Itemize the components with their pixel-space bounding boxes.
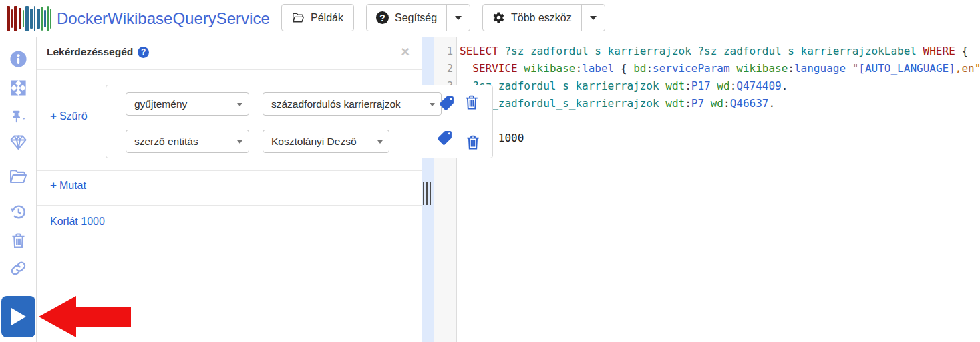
header: DockerWikibaseQueryService Példák ? Segí… <box>0 0 980 37</box>
code-line[interactable]: 4 ?sz_zadfordul_s_karrierrajzok wdt:P7 w… <box>434 95 980 112</box>
divider <box>37 170 422 171</box>
filter-value-dropdown[interactable]: Kosztolányi Dezső <box>263 130 389 153</box>
more-tools-button-label: Több eszköz <box>511 12 572 24</box>
code-editor[interactable]: 1SELECT ?sz_zadfordul_s_karrierrajzok ?s… <box>434 37 980 342</box>
run-query-button[interactable] <box>1 296 35 337</box>
plus-icon: + <box>50 110 57 123</box>
more-tools-dropdown-toggle[interactable] <box>581 5 605 31</box>
code-line[interactable]: 1SELECT ?sz_zadfordul_s_karrierrajzok ?s… <box>434 43 980 60</box>
code-lines: 1SELECT ?sz_zadfordul_s_karrierrajzok ?s… <box>434 43 980 147</box>
chevron-down-icon <box>237 103 242 106</box>
panel-title: Lekérdezéssegéd ? <box>47 46 149 58</box>
filter-property-dropdown[interactable]: szerző entitás <box>126 130 249 153</box>
close-icon[interactable]: × <box>401 43 410 61</box>
page-title: DockerWikibaseQueryService <box>57 0 270 37</box>
add-filter-link[interactable]: + Szűrő <box>50 110 88 123</box>
filter-section-label: Szűrő <box>59 110 88 122</box>
editor-bottom-border <box>434 168 980 168</box>
help-button[interactable]: ? Segítség <box>367 5 446 31</box>
limit-link[interactable]: Korlát 1000 <box>50 216 105 228</box>
divider <box>37 69 422 70</box>
open-folder-icon[interactable] <box>9 167 28 186</box>
filter-property-dropdown[interactable]: gyűjtemény <box>126 92 249 116</box>
app-logo <box>7 5 51 31</box>
caret-down-icon <box>590 16 597 20</box>
delete-icon[interactable] <box>464 133 482 152</box>
dropdown-value: gyűjtemény <box>134 98 187 110</box>
divider <box>37 205 422 206</box>
gear-icon <box>492 11 505 24</box>
gem-icon[interactable] <box>9 132 28 152</box>
code-line[interactable]: 3 ?sz_zadfordul_s_karrierrajzok wdt:P17 … <box>434 77 980 95</box>
examples-button[interactable]: Példák <box>281 4 354 31</box>
caret-down-icon <box>455 16 462 20</box>
plus-icon: + <box>50 179 57 192</box>
dropdown-value: Kosztolányi Dezső <box>271 136 357 147</box>
expand-icon[interactable] <box>9 78 28 98</box>
tag-icon[interactable] <box>438 95 455 112</box>
dropdown-value: századfordulós karrierrajzok <box>271 98 401 110</box>
show-section-label: Mutat <box>59 180 86 192</box>
resize-handle[interactable] <box>423 182 431 205</box>
code-line[interactable]: 5} <box>434 112 980 130</box>
open-folder-icon <box>292 12 305 23</box>
query-helper-panel: Lekérdezéssegéd ? × + Szűrő + Mutat Korl… <box>37 37 422 342</box>
code-line[interactable]: 2 SERVICE wikibase:label { bd:servicePar… <box>434 60 980 77</box>
help-button-label: Segítség <box>395 12 437 24</box>
delete-icon[interactable] <box>462 93 481 112</box>
trash-icon[interactable] <box>9 231 28 250</box>
query-service-app: DockerWikibaseQueryService Példák ? Segí… <box>0 0 980 342</box>
sidebar <box>0 37 37 342</box>
add-show-link[interactable]: + Mutat <box>50 179 86 192</box>
history-icon[interactable] <box>9 202 28 222</box>
tag-icon[interactable] <box>436 130 453 146</box>
code-line[interactable]: 6LIMIT 1000 <box>434 130 980 147</box>
chevron-down-icon <box>430 103 435 106</box>
panel-title-label: Lekérdezéssegéd <box>47 46 133 58</box>
play-icon <box>11 307 27 326</box>
link-icon[interactable] <box>9 259 28 278</box>
more-tools-button-group: Több eszköz <box>482 4 605 31</box>
examples-button-label: Példák <box>311 12 343 24</box>
chevron-down-icon <box>377 140 383 144</box>
info-icon[interactable] <box>9 49 28 69</box>
pin-icon[interactable] <box>9 107 28 126</box>
dropdown-value: szerző entitás <box>134 136 198 147</box>
question-icon: ? <box>376 11 389 24</box>
help-dropdown-toggle[interactable] <box>446 5 470 31</box>
chevron-down-icon <box>237 140 242 144</box>
help-button-group: ? Segítség <box>366 4 470 31</box>
filter-value-dropdown[interactable]: századfordulós karrierrajzok <box>263 92 442 116</box>
more-tools-button[interactable]: Több eszköz <box>483 5 581 31</box>
help-circle-icon[interactable]: ? <box>138 47 149 58</box>
